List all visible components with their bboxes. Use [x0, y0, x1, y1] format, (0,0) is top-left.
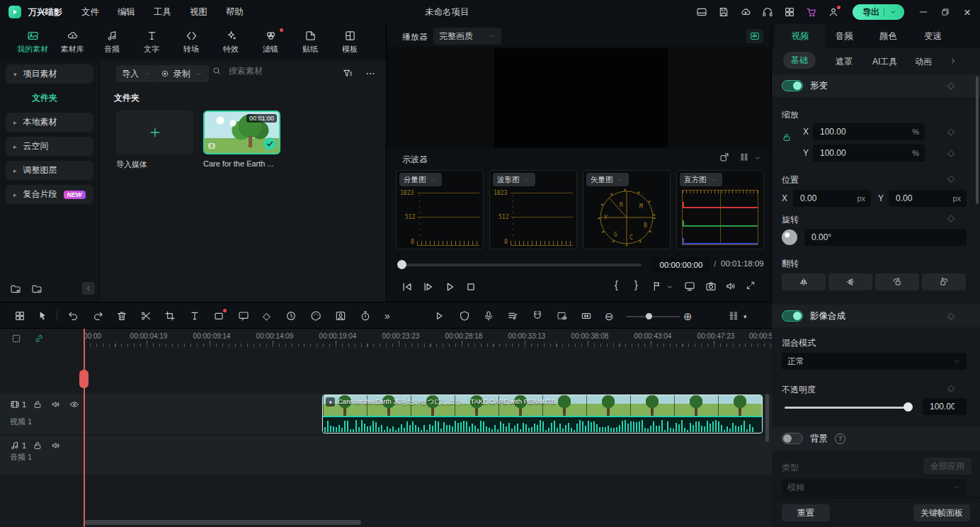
scale-y-field[interactable]: % — [813, 144, 925, 162]
keyframe-tool-icon[interactable]: ◇ — [263, 310, 270, 322]
tab-my-media[interactable]: 我的素材 — [13, 30, 52, 55]
timeline-zoom-thumb[interactable] — [646, 313, 652, 319]
step-forward-icon[interactable] — [422, 280, 435, 293]
apply-all-button[interactable]: 全部应用 — [923, 458, 972, 475]
transform-toggle[interactable] — [782, 80, 803, 91]
account-icon[interactable] — [826, 5, 841, 19]
compositing-toggle[interactable] — [782, 310, 803, 322]
step-back-icon[interactable] — [401, 280, 414, 293]
export-chevron-icon[interactable] — [889, 8, 897, 16]
tab-effects[interactable]: 特效 — [211, 30, 251, 55]
position-x-input[interactable] — [799, 193, 852, 204]
tab-video[interactable]: 视频 — [775, 24, 826, 48]
more-tools-icon[interactable]: » — [384, 310, 390, 322]
panel-scrollbar[interactable] — [976, 76, 979, 204]
scope-toggle-icon[interactable] — [746, 29, 763, 43]
stop-icon[interactable] — [465, 280, 477, 293]
scale-y-input[interactable] — [819, 147, 897, 159]
flip-vertical-button[interactable] — [828, 273, 872, 290]
subtab-animation[interactable]: 动画 — [915, 56, 932, 68]
fullscreen-expand-icon[interactable] — [746, 280, 756, 290]
color-palette-icon[interactable] — [310, 310, 321, 322]
undo-icon[interactable] — [68, 310, 79, 322]
snapshot-camera-icon[interactable] — [705, 280, 717, 292]
media-clip-thumbnail[interactable]: 00:01:00 — [203, 110, 280, 154]
tab-filters[interactable]: 滤镜 — [251, 30, 290, 55]
subtitle-list-icon[interactable] — [507, 310, 518, 322]
eye-icon[interactable] — [69, 400, 79, 409]
flip-horizontal-button[interactable] — [782, 273, 826, 290]
subtab-overflow-icon[interactable] — [949, 57, 957, 65]
record-button[interactable]: 录制 — [155, 65, 209, 82]
sidebar-item-cloud-space[interactable]: ▸ 云空间 — [6, 137, 93, 156]
minimize-icon[interactable] — [916, 5, 930, 19]
tab-speed[interactable]: 变速 — [924, 24, 942, 48]
subtab-mask[interactable]: 遮罩 — [836, 56, 853, 68]
seek-thumb[interactable] — [397, 260, 406, 269]
close-icon[interactable]: × — [960, 5, 974, 19]
menu-file[interactable]: 文件 — [72, 6, 108, 18]
audio-track-lane[interactable] — [0, 436, 772, 475]
timeline-zoom-slider[interactable] — [626, 316, 680, 317]
select-cursor-icon[interactable] — [37, 310, 48, 322]
zoom-out-icon[interactable]: ⊖ — [605, 310, 614, 323]
opacity-field[interactable] — [923, 398, 967, 415]
voiceover-mic-icon[interactable] — [483, 310, 494, 322]
speech-to-text-icon[interactable] — [238, 310, 249, 322]
headset-support-icon[interactable] — [760, 5, 775, 19]
quality-dropdown[interactable]: 完整画质 — [433, 28, 501, 45]
opacity-slider[interactable] — [785, 407, 909, 409]
timeline-ruler[interactable]: 00:00 00:00:04:19 00:00:09:14 00:00:14:0… — [0, 329, 772, 348]
chevron-down-icon[interactable] — [753, 154, 762, 162]
tab-stock-media[interactable]: 素材库 — [52, 30, 92, 55]
redo-icon[interactable] — [92, 310, 103, 322]
scope-type-dropdown[interactable]: 直方图 — [680, 173, 722, 186]
sidebar-item-folder[interactable]: 文件夹 — [32, 92, 57, 104]
sc ope-type-dropdown[interactable]: 矢量图 — [586, 173, 629, 186]
keyframe-diamond-icon[interactable]: ◇ — [947, 147, 955, 158]
subtab-ai-tools[interactable]: AI工具 — [872, 56, 897, 68]
preview-range-icon[interactable] — [557, 310, 568, 322]
lock-icon[interactable] — [33, 441, 42, 450]
popout-icon[interactable] — [719, 152, 729, 162]
link-clips-icon[interactable] — [34, 334, 44, 344]
search-input[interactable] — [227, 65, 315, 76]
help-icon[interactable]: ? — [835, 434, 845, 444]
tab-text[interactable]: 文字 — [132, 30, 171, 55]
apps-grid-icon[interactable] — [782, 5, 797, 19]
search-box[interactable] — [212, 65, 315, 76]
more-icon[interactable] — [365, 68, 376, 79]
subtab-basic[interactable]: 基础 — [783, 52, 816, 69]
rotate-input[interactable] — [810, 232, 926, 243]
split-scissors-icon[interactable] — [140, 310, 152, 322]
panel-layout-icon[interactable] — [695, 5, 709, 19]
rotation-dial[interactable] — [782, 230, 797, 245]
speaker-icon[interactable] — [51, 441, 61, 450]
scale-x-field[interactable]: % — [813, 123, 925, 140]
snap-magnet-icon[interactable] — [532, 310, 543, 322]
timeline-clip[interactable]: Care for the Earth 木をたいせつにしよう… TAKE CARE… — [322, 395, 763, 434]
tab-audio[interactable]: 音频 — [92, 30, 132, 55]
keyframe-diamond-icon[interactable]: ◇ — [947, 212, 955, 223]
rotate-ccw-button[interactable] — [922, 273, 966, 290]
opacity-slider-thumb[interactable] — [904, 402, 913, 412]
portrait-cutout-icon[interactable] — [335, 310, 346, 322]
export-button[interactable]: 导出 — [853, 4, 904, 20]
menu-tools[interactable]: 工具 — [144, 6, 181, 18]
keyframe-diamond-icon[interactable]: ◇ — [947, 382, 955, 393]
position-x-field[interactable]: px — [793, 190, 871, 207]
tab-templates[interactable]: 模板 — [330, 30, 370, 55]
select-box-icon[interactable] — [11, 334, 21, 344]
current-timecode[interactable]: 00:00:00:00 — [653, 257, 710, 273]
keyframe-panel-button[interactable]: 关键帧面板 — [913, 504, 970, 521]
scope-type-dropdown[interactable]: 波形图 — [493, 173, 535, 186]
position-y-field[interactable]: px — [889, 190, 967, 207]
text-tool-icon[interactable] — [189, 310, 200, 322]
opacity-input[interactable] — [928, 401, 956, 412]
scope-layout-icon[interactable] — [739, 152, 749, 162]
import-button[interactable]: 导入 — [116, 65, 157, 82]
menu-edit[interactable]: 编辑 — [108, 6, 144, 18]
blend-mode-dropdown[interactable]: 正常 — [782, 353, 967, 370]
playhead-grip[interactable] — [79, 370, 89, 388]
render-preview-icon[interactable] — [433, 310, 445, 322]
